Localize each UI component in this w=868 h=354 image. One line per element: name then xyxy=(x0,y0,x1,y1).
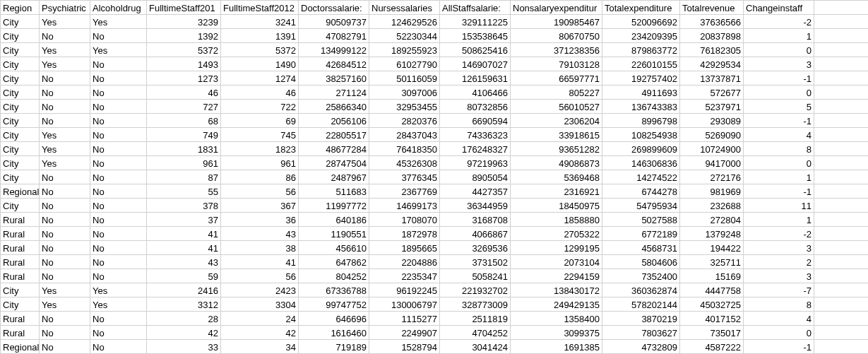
column-header[interactable]: Doctorssalarie: xyxy=(299,1,369,15)
cell[interactable]: 4732809 xyxy=(602,340,680,354)
cell-blank[interactable] xyxy=(814,29,869,43)
table-row[interactable]: CityYesNo1493149042684512610277901469070… xyxy=(1,57,869,71)
column-header[interactable]: Alcoholdrug xyxy=(90,1,147,15)
cell[interactable]: 37 xyxy=(147,213,221,227)
cell[interactable]: 719189 xyxy=(299,340,369,354)
cell-blank[interactable] xyxy=(814,114,869,128)
cell[interactable]: 4587222 xyxy=(680,340,744,354)
cell[interactable]: Yes xyxy=(40,156,90,170)
cell[interactable]: Yes xyxy=(40,57,90,71)
cell[interactable]: 45326308 xyxy=(369,156,440,170)
cell-blank[interactable] xyxy=(814,43,869,57)
cell[interactable]: 4106466 xyxy=(440,85,511,100)
cell[interactable]: 68 xyxy=(147,114,221,128)
cell[interactable]: 6772189 xyxy=(602,227,680,241)
table-row[interactable]: RuralNoNo4341647862220488637315022073104… xyxy=(1,255,869,269)
cell[interactable]: 80670750 xyxy=(511,29,602,43)
cell[interactable]: No xyxy=(40,71,90,85)
table-row[interactable]: CityYesYes537253721349991221892559235086… xyxy=(1,43,869,57)
cell[interactable]: 5369468 xyxy=(511,170,602,184)
cell-blank[interactable] xyxy=(814,170,869,184)
cell[interactable]: Yes xyxy=(40,142,90,156)
cell[interactable]: 378 xyxy=(147,199,221,213)
cell[interactable]: 647862 xyxy=(299,255,369,269)
cell[interactable]: 4017152 xyxy=(680,312,744,326)
cell-blank[interactable] xyxy=(814,283,869,297)
cell[interactable]: Regional xyxy=(1,184,40,199)
cell[interactable]: 1895665 xyxy=(369,241,440,255)
column-header[interactable]: Totalexpenditure xyxy=(602,1,680,15)
cell[interactable]: 192757402 xyxy=(602,71,680,85)
cell[interactable]: 11 xyxy=(744,199,814,213)
cell[interactable]: 1 xyxy=(744,213,814,227)
cell[interactable]: 272176 xyxy=(680,170,744,184)
cell[interactable]: 3731502 xyxy=(440,255,511,269)
cell[interactable]: No xyxy=(90,57,147,71)
cell[interactable]: No xyxy=(90,170,147,184)
cell[interactable]: 2306204 xyxy=(511,114,602,128)
cell[interactable]: 0 xyxy=(744,326,814,340)
cell[interactable]: 3168708 xyxy=(440,213,511,227)
cell[interactable]: 4568731 xyxy=(602,241,680,255)
cell[interactable]: No xyxy=(90,71,147,85)
cell[interactable]: No xyxy=(90,199,147,213)
cell[interactable]: 4704252 xyxy=(440,326,511,340)
cell[interactable]: 2423 xyxy=(221,283,299,297)
cell[interactable]: 578202144 xyxy=(602,297,680,312)
cell[interactable]: 13737871 xyxy=(680,71,744,85)
cell[interactable]: 879863772 xyxy=(602,43,680,57)
cell[interactable]: 2820376 xyxy=(369,114,440,128)
cell[interactable]: 97219963 xyxy=(440,156,511,170)
cell[interactable]: 11997772 xyxy=(299,199,369,213)
cell[interactable]: 8 xyxy=(744,142,814,156)
cell[interactable]: 79103128 xyxy=(511,57,602,71)
cell[interactable]: 87 xyxy=(147,170,221,184)
cell[interactable]: City xyxy=(1,57,40,71)
cell[interactable]: City xyxy=(1,100,40,114)
cell[interactable]: 3 xyxy=(744,57,814,71)
cell[interactable]: 961 xyxy=(147,156,221,170)
cell-blank[interactable] xyxy=(814,15,869,29)
cell[interactable]: 727 xyxy=(147,100,221,114)
cell[interactable]: 221932702 xyxy=(440,283,511,297)
cell[interactable]: 176248327 xyxy=(440,142,511,156)
cell[interactable]: 28747504 xyxy=(299,156,369,170)
table-row[interactable]: RegionalNoNo5556511683236776944273572316… xyxy=(1,184,869,199)
cell[interactable]: Yes xyxy=(90,43,147,57)
cell[interactable]: 126159631 xyxy=(440,71,511,85)
cell[interactable]: 745 xyxy=(221,128,299,142)
column-header[interactable]: FulltimeStaff2012 xyxy=(221,1,299,15)
cell[interactable]: 3776345 xyxy=(369,170,440,184)
cell[interactable]: 36 xyxy=(221,213,299,227)
column-header[interactable]: Region xyxy=(1,1,40,15)
cell[interactable]: 43 xyxy=(221,227,299,241)
cell[interactable]: 2487967 xyxy=(299,170,369,184)
cell[interactable]: 4911693 xyxy=(602,85,680,100)
cell[interactable]: -1 xyxy=(744,114,814,128)
cell[interactable]: 5372 xyxy=(221,43,299,57)
cell[interactable]: 46 xyxy=(221,85,299,100)
table-row[interactable]: RuralNoNo4143119055118729784066867270532… xyxy=(1,227,869,241)
cell[interactable]: 4447758 xyxy=(680,283,744,297)
cell[interactable]: 5027588 xyxy=(602,213,680,227)
cell[interactable]: No xyxy=(90,156,147,170)
cell[interactable]: No xyxy=(90,255,147,269)
cell[interactable]: City xyxy=(1,85,40,100)
cell[interactable]: 3097006 xyxy=(369,85,440,100)
cell[interactable]: No xyxy=(90,85,147,100)
cell[interactable]: Yes xyxy=(90,283,147,297)
column-header[interactable]: Changeinstaff xyxy=(744,1,814,15)
cell[interactable]: No xyxy=(40,85,90,100)
cell[interactable]: Rural xyxy=(1,312,40,326)
cell[interactable]: 360362874 xyxy=(602,283,680,297)
cell-blank[interactable] xyxy=(814,340,869,354)
cell[interactable]: 34 xyxy=(221,340,299,354)
table-row[interactable]: CityNoNo12731274382571605011605912615963… xyxy=(1,71,869,85)
cell[interactable]: 1190551 xyxy=(299,227,369,241)
cell[interactable]: 722 xyxy=(221,100,299,114)
cell[interactable]: 9417000 xyxy=(680,156,744,170)
cell[interactable]: Rural xyxy=(1,269,40,283)
cell[interactable]: 124629526 xyxy=(369,15,440,29)
cell[interactable]: No xyxy=(90,213,147,227)
cell[interactable]: No xyxy=(40,100,90,114)
